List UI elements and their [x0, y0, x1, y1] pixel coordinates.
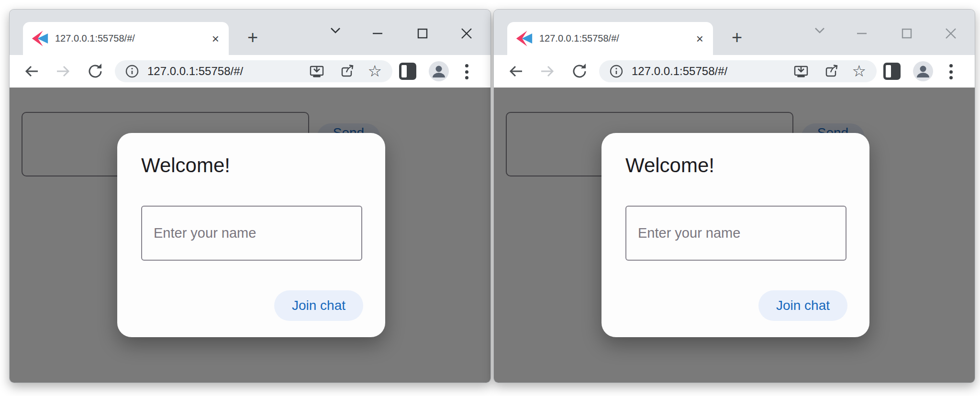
- reload-button[interactable]: [85, 61, 105, 82]
- tab-strip: 127.0.0.1:55758/#/ × +: [10, 10, 490, 55]
- welcome-dialog: Welcome! Join chat: [117, 133, 385, 337]
- side-panel-pane: [886, 65, 891, 77]
- join-chat-button[interactable]: Join chat: [274, 290, 363, 321]
- install-app-icon[interactable]: [792, 63, 810, 80]
- reload-button[interactable]: [569, 61, 590, 82]
- name-input[interactable]: [625, 206, 846, 261]
- side-panel-pane: [401, 65, 407, 77]
- tab-title: 127.0.0.1:55758/#/: [55, 33, 209, 44]
- browser-toolbar: 127.0.0.1:55758/#/ ☆: [10, 55, 490, 88]
- forward-button[interactable]: [537, 61, 557, 82]
- desktop: 127.0.0.1:55758/#/ × +: [0, 0, 980, 396]
- forward-button[interactable]: [53, 61, 73, 82]
- url-text: 127.0.0.1:55758/#/: [632, 65, 792, 78]
- share-icon[interactable]: [822, 63, 839, 80]
- address-bar[interactable]: 127.0.0.1:55758/#/ ☆: [599, 60, 877, 82]
- window-maximize-button[interactable]: [899, 27, 915, 40]
- join-chat-button[interactable]: Join chat: [758, 290, 847, 321]
- omnibox-trailing-icons: ☆: [792, 63, 866, 80]
- window-minimize-button[interactable]: [854, 27, 870, 40]
- page-info-icon[interactable]: [123, 63, 141, 80]
- dot: [949, 76, 953, 79]
- browser-menu-button[interactable]: [465, 62, 469, 81]
- dot: [465, 76, 468, 79]
- window-close-button[interactable]: [943, 27, 959, 40]
- window-minimize-button[interactable]: [369, 27, 386, 40]
- url-text: 127.0.0.1:55758/#/: [147, 65, 308, 78]
- browser-tab[interactable]: 127.0.0.1:55758/#/ ×: [23, 22, 229, 55]
- share-icon[interactable]: [338, 63, 355, 80]
- browser-toolbar: 127.0.0.1:55758/#/ ☆: [494, 55, 975, 88]
- new-tab-button[interactable]: +: [242, 27, 263, 48]
- tab-search-chevron-icon[interactable]: [328, 26, 343, 35]
- address-bar[interactable]: 127.0.0.1:55758/#/ ☆: [115, 60, 392, 82]
- dialog-title: Welcome!: [625, 154, 714, 177]
- browser-window-right: 127.0.0.1:55758/#/ × +: [493, 9, 975, 383]
- back-button[interactable]: [506, 61, 526, 82]
- tab-strip: 127.0.0.1:55758/#/ × +: [494, 10, 975, 55]
- browser-window-left: 127.0.0.1:55758/#/ × +: [9, 9, 491, 383]
- tab-close-icon[interactable]: ×: [209, 32, 222, 46]
- dot: [949, 70, 953, 74]
- page-content: Send Welcome! Join chat: [494, 88, 975, 383]
- person-icon: [913, 61, 933, 81]
- name-input[interactable]: [141, 206, 362, 261]
- flet-favicon-icon: [31, 31, 49, 46]
- tab-search-chevron-icon[interactable]: [813, 26, 827, 35]
- profile-avatar-button[interactable]: [429, 61, 449, 81]
- tab-title: 127.0.0.1:55758/#/: [539, 33, 693, 44]
- browser-menu-button[interactable]: [949, 62, 953, 81]
- page-content: Send Welcome! Join chat: [10, 88, 490, 383]
- profile-avatar-button[interactable]: [913, 61, 933, 81]
- new-tab-button[interactable]: +: [726, 27, 747, 48]
- dot: [949, 64, 953, 67]
- dialog-title: Welcome!: [141, 154, 230, 177]
- welcome-dialog: Welcome! Join chat: [601, 133, 869, 337]
- dot: [465, 64, 468, 67]
- page-info-icon[interactable]: [608, 63, 625, 80]
- tab-close-icon[interactable]: ×: [693, 32, 706, 46]
- bookmark-star-icon[interactable]: ☆: [368, 63, 382, 80]
- side-panel-button[interactable]: [399, 63, 416, 80]
- window-maximize-button[interactable]: [414, 27, 431, 40]
- omnibox-trailing-icons: ☆: [308, 63, 382, 80]
- browser-tab[interactable]: 127.0.0.1:55758/#/ ×: [507, 22, 713, 55]
- bookmark-star-icon[interactable]: ☆: [852, 63, 866, 80]
- flet-favicon-icon: [515, 31, 533, 46]
- dot: [465, 70, 468, 74]
- install-app-icon[interactable]: [308, 63, 325, 80]
- window-close-button[interactable]: [458, 27, 475, 40]
- person-icon: [429, 61, 449, 81]
- side-panel-button[interactable]: [883, 63, 901, 80]
- back-button[interactable]: [22, 61, 42, 82]
